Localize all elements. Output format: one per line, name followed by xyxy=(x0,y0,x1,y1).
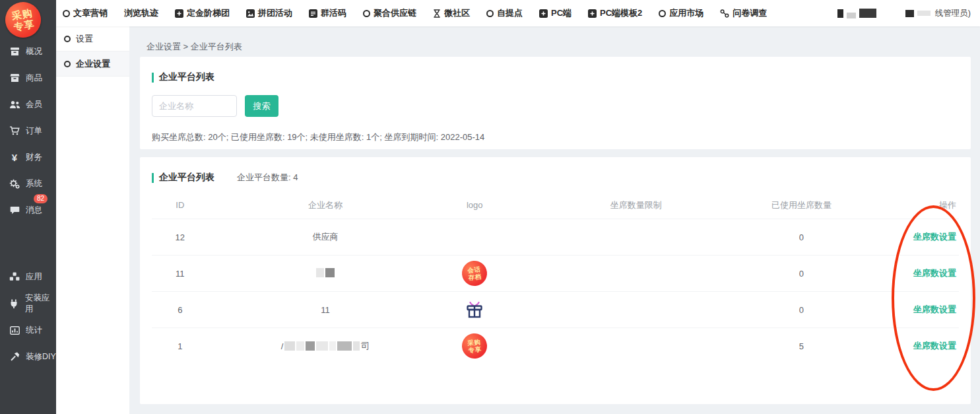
sidebar-item-label: 财务 xyxy=(26,152,42,163)
seat-stats-text: 购买坐席总数: 20个; 已使用坐席数: 19个; 未使用坐席数: 1个; 坐席… xyxy=(152,131,959,143)
comment-icon xyxy=(9,206,20,215)
square-plus-icon xyxy=(539,9,548,18)
sidebar-item-label: 系统 xyxy=(26,178,42,190)
redacted-block xyxy=(316,268,324,277)
seat-settings-link[interactable]: 坐席数设置 xyxy=(913,341,956,351)
sidebar-item-decorate-diy[interactable]: 装修DIY xyxy=(0,343,56,370)
sidebar-item-label: 统计 xyxy=(26,325,42,336)
subsidebar-item-settings[interactable]: 设置 xyxy=(56,26,129,52)
cell-company-name: 11 xyxy=(209,305,443,315)
topnav-item-pickup-point[interactable]: 自提点 xyxy=(486,7,523,19)
topnav-item-survey[interactable]: 问卷调查 xyxy=(720,7,767,19)
topnav-item-deposit-ladder-group[interactable]: 定金阶梯团 xyxy=(175,7,230,19)
redacted-block xyxy=(847,13,856,18)
subsidebar-label: 企业设置 xyxy=(76,58,110,70)
cell-id: 6 xyxy=(152,305,209,315)
topnav-item-app-market[interactable]: 应用市场 xyxy=(659,7,703,19)
redacted-block xyxy=(905,10,914,17)
topnav-item-supply-chain[interactable]: 聚合供应链 xyxy=(363,7,416,19)
gears-icon xyxy=(9,179,20,189)
column-header-name: 企业名称 xyxy=(209,199,443,211)
cell-company-name: 供应商 xyxy=(209,231,443,243)
table-row: 12 供应商 0 坐席数设置 xyxy=(152,219,959,255)
sidebar-item-products[interactable]: 商品 xyxy=(0,65,56,91)
company-logo-huihua-cundang: 会话 存档 xyxy=(461,259,488,287)
redacted-block xyxy=(325,268,335,277)
topnav-item-pc-client[interactable]: PC端 xyxy=(539,7,572,19)
top-nav-items: 文章营销 浏览轨迹 定金阶梯团 拼团活动 群活码 聚合供应链 微社区 自提点 xyxy=(63,7,767,19)
table-row: 6 11 0 坐席数设置 xyxy=(152,291,959,328)
main-sidebar: 采购 专享 概况 商品 会员 订单 ¥ 财务 系统 消息 xyxy=(0,0,56,414)
sidebar-item-label: 安装应用 xyxy=(25,293,56,315)
sidebar-item-label: 商品 xyxy=(26,73,42,84)
sidebar-item-label: 应用 xyxy=(26,271,42,283)
archive-icon xyxy=(9,47,20,56)
redacted-block xyxy=(306,341,315,351)
top-nav: 文章营销 浏览轨迹 定金阶梯团 拼团活动 群活码 聚合供应链 微社区 自提点 xyxy=(56,0,980,26)
seat-settings-link[interactable]: 坐席数设置 xyxy=(913,232,956,242)
subsidebar-item-enterprise-settings[interactable]: 企业设置 xyxy=(56,52,129,77)
gift-icon xyxy=(465,299,484,319)
circle-icon xyxy=(363,10,370,17)
name-prefix: / xyxy=(281,341,284,351)
sidebar-item-install-apps[interactable]: 安装应用 xyxy=(0,291,56,317)
square-plus-icon xyxy=(588,9,597,18)
sidebar-item-statistics[interactable]: 统计 xyxy=(0,317,56,343)
yen-icon: ¥ xyxy=(9,152,20,163)
sidebar-item-apps[interactable]: 应用 xyxy=(0,263,56,291)
topnav-label: 群活码 xyxy=(321,7,346,19)
company-name-input[interactable] xyxy=(152,95,237,117)
redacted-block xyxy=(284,341,295,351)
topnav-item-pc-template2[interactable]: PC端模板2 xyxy=(588,7,642,19)
topnav-item-micro-community[interactable]: 微社区 xyxy=(433,7,470,19)
circle-icon xyxy=(64,36,71,42)
topnav-label: 聚合供应链 xyxy=(374,7,416,19)
sidebar-item-orders[interactable]: 订单 xyxy=(0,118,56,144)
topnav-item-group-qr-code[interactable]: 群活码 xyxy=(309,7,346,19)
seat-settings-link[interactable]: 坐席数设置 xyxy=(913,268,956,278)
circle-icon xyxy=(63,10,70,17)
box-icon xyxy=(9,73,20,83)
topnav-label: PC端模板2 xyxy=(600,7,642,19)
topnav-item-article-marketing[interactable]: 文章营销 xyxy=(63,7,108,19)
sidebar-item-members[interactable]: 会员 xyxy=(0,91,56,118)
sidebar-item-label: 会员 xyxy=(26,99,42,110)
sidebar-item-label: 消息 xyxy=(26,205,42,216)
sidebar-item-finance[interactable]: ¥ 财务 xyxy=(0,144,56,170)
app-logo[interactable]: 采购 专享 xyxy=(3,0,44,40)
hourglass-icon xyxy=(433,9,441,18)
redacted-block xyxy=(837,9,843,18)
hammer-icon xyxy=(9,352,20,361)
sidebar-item-messages[interactable]: 消息 82 xyxy=(0,197,56,223)
topnav-item-browse-track[interactable]: 浏览轨迹 xyxy=(124,7,158,19)
column-header-actions: 操作 xyxy=(838,199,959,211)
circle-icon xyxy=(486,10,494,17)
logo-text: 专享 xyxy=(468,345,482,354)
cell-id: 11 xyxy=(152,269,209,279)
enterprise-table: ID 企业名称 logo 坐席数量限制 已使用坐席数量 操作 12 供应商 0 … xyxy=(152,191,959,364)
table-header-row: ID 企业名称 logo 坐席数量限制 已使用坐席数量 操作 xyxy=(152,191,959,219)
column-header-logo: logo xyxy=(442,200,507,210)
link-icon xyxy=(720,9,729,18)
sidebar-item-system[interactable]: 系统 xyxy=(0,170,56,197)
user-info[interactable]: 线管理员) xyxy=(837,0,971,26)
sidebar-item-label: 概况 xyxy=(26,46,42,57)
sidebar-item-overview[interactable]: 概况 xyxy=(0,38,56,65)
topnav-label: 浏览轨迹 xyxy=(124,7,158,19)
seat-settings-link[interactable]: 坐席数设置 xyxy=(913,304,956,314)
bar-chart-icon xyxy=(9,326,20,335)
column-header-id: ID xyxy=(152,200,209,210)
cell-company-name: / 司 xyxy=(209,340,443,352)
search-button[interactable]: 搜索 xyxy=(245,95,278,117)
topnav-item-group-buy-activity[interactable]: 拼团活动 xyxy=(246,7,292,19)
user-role-text: 线管理员) xyxy=(935,8,971,19)
square-plus-icon xyxy=(175,9,183,18)
sidebar-item-label: 装修DIY xyxy=(26,351,56,362)
cell-id: 1 xyxy=(152,341,209,351)
cell-logo xyxy=(442,299,507,321)
column-header-seat-limit: 坐席数量限制 xyxy=(507,199,765,211)
users-icon xyxy=(9,100,20,109)
breadcrumb: 企业设置 > 企业平台列表 xyxy=(147,41,242,53)
section-accent-bar xyxy=(152,73,154,83)
name-suffix: 司 xyxy=(361,340,370,352)
